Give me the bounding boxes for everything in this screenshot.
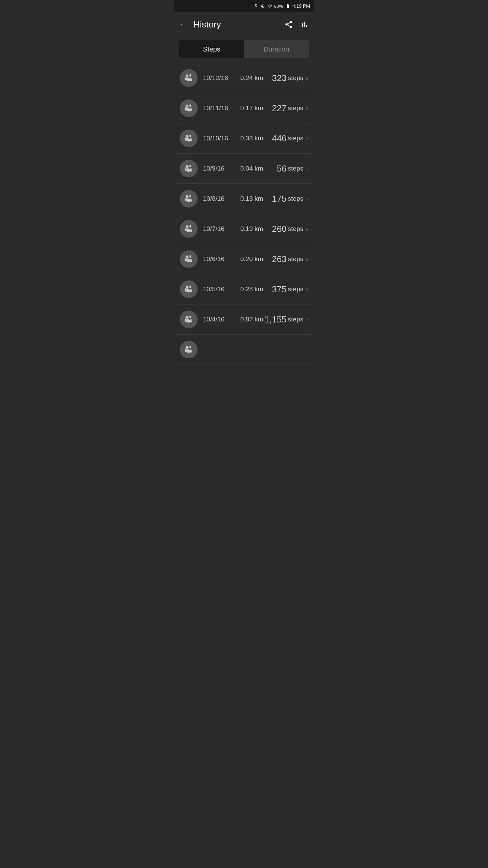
partial-row (174, 335, 314, 365)
status-time: 4:19 PM (292, 3, 310, 9)
svg-point-19 (189, 164, 191, 167)
item-date: 10/4/16 (203, 316, 240, 323)
svg-point-24 (186, 195, 189, 198)
list-item[interactable]: 10/9/16 0.04 km 56 steps › (177, 154, 311, 184)
status-bar: 80% 4:19 PM (174, 0, 314, 12)
svg-point-6 (186, 104, 189, 108)
item-date: 10/11/16 (203, 104, 240, 112)
svg-point-37 (189, 255, 191, 258)
svg-point-55 (189, 346, 191, 348)
list-item[interactable]: 10/6/16 0.20 km 263 steps › (177, 244, 311, 274)
item-distance: 0.04 km (240, 165, 277, 172)
steps-label: steps (288, 255, 303, 263)
item-distance: 0.19 km (240, 225, 272, 233)
svg-point-0 (186, 74, 189, 78)
list-item[interactable]: 10/4/16 0.87 km 1,155 steps › (177, 304, 311, 335)
tab-duration[interactable]: Duration (244, 40, 309, 58)
footprint-icon (180, 280, 198, 298)
item-date: 10/9/16 (203, 165, 240, 172)
chevron-right-icon: › (306, 195, 308, 202)
svg-point-49 (189, 315, 191, 318)
status-icons: 80% 4:19 PM (253, 3, 310, 9)
svg-point-7 (189, 104, 191, 107)
chevron-right-icon: › (306, 256, 308, 263)
steps-label: steps (288, 225, 303, 233)
item-date: 10/10/16 (203, 135, 240, 142)
list-item[interactable]: 10/7/16 0.19 km 260 steps › (177, 214, 311, 244)
chevron-right-icon: › (306, 165, 308, 172)
svg-point-36 (186, 255, 189, 259)
mute-icon (260, 4, 265, 8)
bluetooth-icon (253, 4, 258, 8)
steps-number: 323 (272, 73, 286, 83)
stats-icon[interactable] (300, 20, 309, 29)
item-steps: 175 steps › (272, 194, 308, 204)
item-distance: 0.20 km (240, 255, 272, 263)
item-distance: 0.24 km (240, 74, 272, 82)
svg-point-31 (189, 225, 191, 228)
header: ← History (174, 12, 314, 37)
share-icon[interactable] (284, 20, 293, 29)
steps-label: steps (288, 165, 303, 172)
item-date: 10/5/16 (203, 285, 240, 293)
item-steps: 263 steps › (272, 254, 308, 264)
svg-point-48 (186, 315, 189, 319)
chevron-right-icon: › (306, 316, 308, 323)
list-item-partial[interactable] (177, 335, 311, 365)
item-steps: 56 steps › (277, 163, 308, 174)
steps-number: 56 (277, 163, 287, 174)
item-date: 10/7/16 (203, 225, 240, 233)
tab-container: Steps Duration (179, 40, 309, 58)
steps-number: 1,155 (265, 314, 287, 325)
battery-percentage: 80% (274, 4, 283, 9)
item-distance: 0.17 km (240, 104, 272, 112)
svg-point-30 (186, 225, 189, 229)
steps-number: 227 (272, 103, 286, 114)
svg-point-42 (186, 285, 189, 289)
footprint-icon (180, 99, 198, 117)
footprint-icon (180, 250, 198, 268)
tab-steps[interactable]: Steps (179, 40, 244, 58)
item-steps: 260 steps › (272, 224, 308, 234)
list-item[interactable]: 10/11/16 0.17 km 227 steps › (177, 93, 311, 123)
signal-icon (267, 4, 272, 8)
page-title: History (194, 19, 284, 30)
steps-number: 260 (272, 224, 286, 234)
item-date: 10/6/16 (203, 255, 240, 263)
svg-point-1 (189, 74, 191, 77)
steps-number: 375 (272, 284, 286, 295)
steps-number: 263 (272, 254, 286, 264)
list-item[interactable]: 10/5/16 0.28 km 375 steps › (177, 274, 311, 304)
svg-point-12 (186, 134, 189, 138)
history-list: 10/12/16 0.24 km 323 steps › 10/11/16 0.… (174, 63, 314, 335)
back-button[interactable]: ← (179, 20, 188, 29)
list-item[interactable]: 10/12/16 0.24 km 323 steps › (177, 63, 311, 93)
item-distance: 0.28 km (240, 285, 272, 293)
item-distance: 0.13 km (240, 195, 272, 202)
chevron-right-icon: › (306, 135, 308, 142)
steps-label: steps (288, 74, 303, 82)
footprint-icon (180, 220, 198, 238)
item-distance: 0.87 km (240, 316, 265, 323)
steps-label: steps (288, 104, 303, 112)
item-distance: 0.33 km (240, 135, 272, 142)
list-item[interactable]: 10/10/16 0.33 km 446 steps › (177, 123, 311, 154)
footprint-icon (180, 130, 198, 147)
item-steps: 323 steps › (272, 73, 308, 83)
steps-label: steps (288, 285, 303, 293)
steps-number: 446 (272, 133, 286, 144)
battery-icon (285, 4, 291, 8)
item-steps: 375 steps › (272, 284, 308, 295)
svg-point-54 (186, 346, 189, 349)
chevron-right-icon: › (306, 75, 308, 82)
svg-point-18 (186, 164, 189, 168)
list-item[interactable]: 10/8/16 0.13 km 175 steps › (177, 184, 311, 214)
chevron-right-icon: › (306, 286, 308, 293)
steps-label: steps (288, 195, 303, 202)
steps-label: steps (288, 316, 303, 323)
footprint-icon (180, 190, 198, 208)
steps-number: 175 (272, 194, 286, 204)
svg-point-43 (189, 285, 191, 288)
svg-point-13 (189, 134, 191, 137)
steps-label: steps (288, 135, 303, 142)
